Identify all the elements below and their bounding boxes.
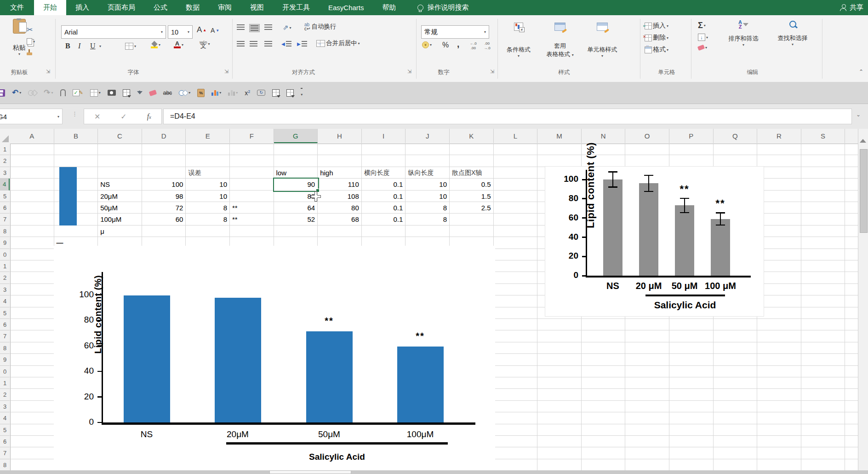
redo-button[interactable]: ↷▾ — [44, 88, 53, 98]
clear-button[interactable]: ▾ — [698, 46, 707, 50]
tell-me-search[interactable]: 操作说明搜索 — [417, 0, 469, 15]
cell-C6[interactable]: 50μM — [98, 202, 142, 214]
cell-C4[interactable]: NS — [98, 179, 142, 190]
cell-K4[interactable]: 0.5 — [450, 179, 494, 190]
cell-C8[interactable]: μ — [98, 225, 142, 237]
scroll-up-arrow[interactable] — [860, 139, 866, 143]
increase-indent-button[interactable]: ▶ — [297, 41, 307, 46]
cell-E4[interactable]: 10 — [186, 179, 230, 190]
row-header-9[interactable]: 9 — [0, 237, 10, 249]
row-header-14[interactable]: 4 — [0, 295, 10, 307]
column-header-E[interactable]: E — [186, 129, 230, 143]
expand-formula-bar-button[interactable]: ⌄ — [856, 111, 861, 118]
ribbon-tab[interactable]: 数据 — [177, 0, 209, 15]
cell-G7[interactable]: 52 — [274, 214, 318, 225]
cut-button[interactable]: ✂ — [27, 25, 33, 34]
column-header-D[interactable]: D — [142, 129, 186, 143]
row-header-19[interactable]: 9 — [0, 354, 10, 365]
save-button[interactable] — [0, 89, 5, 97]
font-size-select[interactable]: 10▾ — [168, 25, 193, 39]
row-header-20[interactable]: 0 — [0, 366, 10, 377]
shapes-disabled-button[interactable] — [28, 90, 37, 96]
ribbon-tab[interactable]: 视图 — [241, 0, 273, 15]
pivot-chart-button[interactable]: ▾ — [228, 90, 238, 96]
cell-H5[interactable]: 108 — [318, 191, 362, 202]
font-color-button[interactable]: A ▾ — [174, 41, 183, 48]
cell-C7[interactable]: 100μM — [98, 214, 142, 225]
name-box[interactable]: G4 ▾ — [0, 109, 63, 124]
column-header-F[interactable]: F — [230, 129, 274, 143]
italic-button[interactable]: I — [78, 42, 80, 50]
cell-H4[interactable]: 110 — [318, 179, 362, 190]
insert-cells-button[interactable]: ⇤ 插入▾ — [645, 22, 668, 30]
insert-table-button[interactable]: ▾ — [90, 89, 101, 97]
column-header-M[interactable]: M — [537, 129, 582, 143]
cell-H3[interactable]: high — [318, 167, 362, 179]
row-header-25[interactable]: 5 — [0, 424, 10, 436]
cell-E3[interactable]: 误差 — [186, 167, 230, 179]
row-header-6[interactable]: 6 — [0, 202, 10, 214]
column-header-O[interactable]: O — [625, 129, 669, 143]
cell-J7[interactable]: 8 — [405, 214, 450, 225]
borders-button[interactable]: ▾ — [125, 43, 136, 50]
filter-button[interactable] — [137, 91, 143, 94]
cell-styles-button[interactable]: 单元格样式 ▾ — [581, 19, 623, 58]
number-format-select[interactable]: 常规▾ — [421, 25, 489, 39]
select-all-corner[interactable] — [2, 135, 9, 142]
underline-button[interactable]: U — [90, 42, 96, 50]
row-header-24[interactable]: 4 — [0, 412, 10, 424]
column-header-K[interactable]: K — [450, 129, 494, 143]
cell-H6[interactable]: 80 — [318, 202, 362, 214]
row-header-26[interactable]: 6 — [0, 436, 10, 447]
wrap-text-button[interactable]: abc↵ 自动换行 — [304, 23, 336, 31]
accounting-format-button[interactable]: ¥▾ — [422, 41, 432, 48]
row-header-27[interactable]: 7 — [0, 447, 10, 459]
cell-J3[interactable]: 纵向长度 — [405, 167, 450, 179]
row-header-12[interactable]: 2 — [0, 272, 10, 283]
increase-font-button[interactable]: A▲ — [197, 25, 206, 35]
paste-special-button[interactable]: % — [197, 89, 205, 97]
row-header-4[interactable]: 4 — [0, 179, 10, 190]
vertical-scroll-thumb[interactable] — [860, 149, 868, 233]
conditional-formatting-button[interactable]: ≠ 条件格式 ▾ — [499, 19, 538, 58]
cell-I5[interactable]: 0.1 — [362, 191, 406, 202]
column-header-S[interactable]: S — [801, 129, 845, 143]
find-select-button[interactable]: 查找和选择 ▾ — [769, 21, 817, 46]
cell-E6[interactable]: 8 — [186, 202, 230, 214]
ribbon-tab[interactable]: 帮助 — [373, 0, 405, 15]
delete-cells-button[interactable]: ✕ 删除▾ — [645, 34, 668, 42]
column-header-Q[interactable]: Q — [714, 129, 758, 143]
filter-table-button[interactable] — [123, 89, 130, 97]
row-header-28[interactable]: 8 — [0, 459, 10, 471]
edit-checklist-button[interactable]: ✓✎ — [73, 89, 83, 96]
ribbon-tab[interactable]: 页面布局 — [98, 0, 144, 15]
increase-decimal-button[interactable]: ←.0.00 — [470, 42, 477, 50]
row-header-1[interactable]: 1 — [0, 144, 10, 155]
undo-button[interactable]: ↶▾ — [12, 88, 21, 98]
row-header-22[interactable]: 2 — [0, 389, 10, 400]
ribbon-tab[interactable]: EasyCharts — [319, 0, 373, 15]
fill-button[interactable]: ↓▾ — [698, 34, 708, 41]
row-header-16[interactable]: 6 — [0, 319, 10, 330]
cell-E7[interactable]: 8 — [186, 214, 230, 225]
row-header-21[interactable]: 1 — [0, 377, 10, 389]
comment-refresh-button[interactable]: ↻ — [257, 90, 265, 96]
bold-button[interactable]: B — [65, 42, 70, 50]
filter-table-3-button[interactable] — [286, 89, 294, 97]
camera-button[interactable] — [108, 90, 116, 96]
superscript-button[interactable]: x2 — [245, 89, 250, 97]
cell-G3[interactable]: low — [274, 167, 318, 179]
horizontal-scroll-thumb[interactable] — [269, 470, 351, 474]
cell-J4[interactable]: 10 — [405, 179, 450, 190]
paste-dropdown[interactable]: ▾ — [18, 52, 20, 56]
attach-button[interactable] — [60, 89, 66, 96]
decrease-font-button[interactable]: A▼ — [211, 27, 219, 34]
cell-E5[interactable]: 10 — [186, 191, 230, 202]
cell-I4[interactable]: 0.1 — [362, 179, 406, 190]
alignment-dialog-launcher[interactable]: ⇲ — [407, 69, 412, 74]
column-header-G[interactable]: G — [274, 129, 318, 143]
row-header-10[interactable]: 0 — [0, 249, 10, 260]
column-header-L[interactable]: L — [494, 129, 538, 143]
cell-D7[interactable]: 60 — [142, 214, 186, 225]
ribbon-tab[interactable]: 开始 — [34, 0, 66, 15]
